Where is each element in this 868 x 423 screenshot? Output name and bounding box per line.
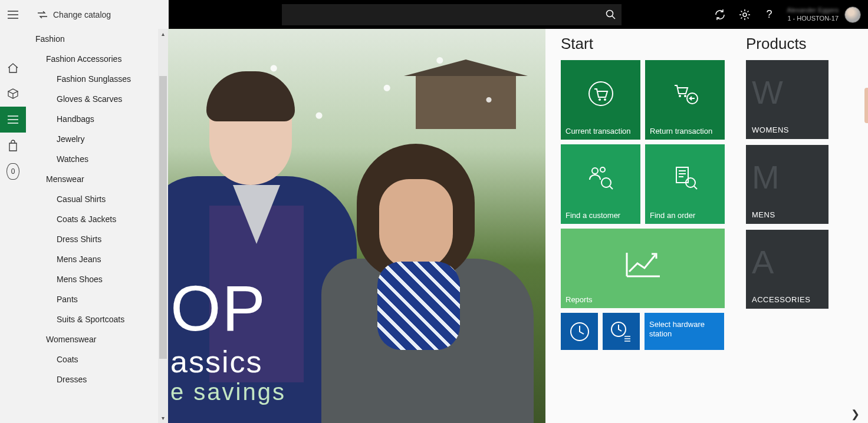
hero-banner[interactable]: OP assics e savings bbox=[168, 29, 545, 423]
search-box[interactable] bbox=[282, 4, 622, 25]
catalog-item[interactable]: Pants bbox=[26, 289, 158, 309]
top-bar: Change catalog ? Alexander Eggers 1 - HO bbox=[0, 0, 868, 29]
refresh-icon bbox=[714, 9, 726, 21]
customer-search-icon bbox=[587, 165, 614, 191]
product-tile-letter: W bbox=[752, 73, 783, 111]
product-tile-letter: M bbox=[752, 158, 780, 196]
catalog-panel: FashionFashion AccessoriesFashion Sungla… bbox=[26, 29, 158, 423]
cart-icon bbox=[588, 81, 614, 107]
user-info: Alexander Eggers 1 - HOUSTON-17 bbox=[787, 6, 839, 22]
gear-icon bbox=[739, 9, 751, 21]
rail-counter[interactable]: 0 bbox=[0, 158, 26, 184]
search-button[interactable] bbox=[600, 4, 622, 25]
help-icon: ? bbox=[767, 8, 772, 21]
refresh-button[interactable] bbox=[713, 8, 727, 22]
top-bar-actions: ? Alexander Eggers 1 - HOUSTON-17 bbox=[713, 6, 868, 23]
catalog-item[interactable]: Coats bbox=[26, 349, 158, 369]
help-button[interactable]: ? bbox=[762, 8, 777, 22]
catalog-item[interactable]: Dresses bbox=[26, 369, 158, 389]
scroll-right-button[interactable]: ❯ bbox=[851, 408, 860, 421]
top-bar-right: ? Alexander Eggers 1 - HOUSTON-17 bbox=[169, 0, 868, 29]
svg-point-5 bbox=[679, 95, 681, 97]
scroll-down-icon: ▾ bbox=[158, 413, 168, 423]
user-menu[interactable]: Alexander Eggers 1 - HOUSTON-17 bbox=[787, 6, 861, 23]
tile-select-hardware[interactable]: Select hardware station bbox=[645, 313, 724, 350]
list-icon bbox=[8, 115, 18, 124]
catalog-item[interactable]: Mens Jeans bbox=[26, 249, 158, 269]
product-tile[interactable]: WWOMENS bbox=[746, 60, 828, 139]
svg-point-6 bbox=[684, 95, 686, 97]
change-catalog-label: Change catalog bbox=[53, 10, 111, 19]
change-catalog-button[interactable]: Change catalog bbox=[26, 10, 111, 19]
products-heading: Products bbox=[746, 35, 840, 53]
top-bar-left: Change catalog bbox=[0, 0, 169, 29]
catalog-item[interactable]: Watches bbox=[26, 149, 158, 169]
menu-button[interactable] bbox=[0, 0, 26, 29]
rail-counter-value: 0 bbox=[11, 167, 15, 176]
rail-products[interactable] bbox=[0, 81, 26, 107]
catalog-item[interactable]: Gloves & Scarves bbox=[26, 89, 158, 109]
bag-icon bbox=[8, 140, 18, 151]
order-search-icon bbox=[672, 165, 699, 191]
tile-label: Select hardware station bbox=[649, 320, 719, 338]
tile-clock-1[interactable] bbox=[561, 313, 598, 350]
swap-icon bbox=[38, 11, 47, 18]
product-tile[interactable]: AACCESSORIES bbox=[746, 230, 828, 309]
catalog-item[interactable]: Womenswear bbox=[26, 329, 158, 349]
scroll-thumb[interactable] bbox=[159, 76, 167, 359]
catalog-tree: FashionFashion AccessoriesFashion Sungla… bbox=[26, 29, 158, 389]
catalog-item[interactable]: Fashion Accessories bbox=[26, 49, 158, 69]
catalog-item[interactable]: Casual Shirts bbox=[26, 189, 158, 209]
product-tile-label: ACCESSORIES bbox=[752, 295, 810, 304]
catalog-item[interactable]: Fashion Sunglasses bbox=[26, 69, 158, 89]
nav-rail: 0 bbox=[0, 29, 26, 423]
chart-icon bbox=[622, 248, 663, 281]
rail-catalog[interactable] bbox=[0, 107, 26, 133]
catalog-item[interactable]: Dress Shirts bbox=[26, 229, 158, 249]
search-input[interactable] bbox=[282, 10, 600, 19]
catalog-item[interactable]: Menswear bbox=[26, 169, 158, 189]
catalog-item[interactable]: Coats & Jackets bbox=[26, 209, 158, 229]
settings-button[interactable] bbox=[738, 8, 752, 22]
cart-return-icon bbox=[671, 81, 699, 107]
products-section: Products WWOMENSMMENSAACCESSORIES bbox=[746, 35, 840, 350]
hero-line1: OP bbox=[170, 276, 286, 341]
hero-line3: e savings bbox=[170, 379, 286, 405]
tile-return-transaction[interactable]: Return transaction bbox=[645, 60, 725, 140]
catalog-item[interactable]: Fashion bbox=[26, 29, 158, 49]
home-icon bbox=[7, 62, 19, 73]
svg-point-1 bbox=[743, 13, 747, 16]
catalog-item[interactable]: Handbags bbox=[26, 109, 158, 129]
tile-find-customer[interactable]: Find a customer bbox=[561, 144, 640, 224]
peek-next-image bbox=[864, 88, 868, 123]
rail-home[interactable] bbox=[0, 55, 26, 81]
search-icon bbox=[606, 9, 616, 20]
start-section: Start Current transaction Return transac… bbox=[561, 35, 725, 350]
svg-point-3 bbox=[599, 98, 601, 101]
tile-label: Find an order bbox=[650, 211, 720, 220]
catalog-item[interactable]: Mens Shoes bbox=[26, 269, 158, 289]
user-name: Alexander Eggers bbox=[787, 6, 839, 14]
product-tile-label: WOMENS bbox=[752, 125, 789, 134]
box-icon bbox=[7, 88, 19, 100]
rail-bag[interactable] bbox=[0, 133, 26, 158]
tile-find-order[interactable]: Find an order bbox=[645, 144, 725, 224]
product-tile-letter: A bbox=[752, 243, 774, 281]
svg-point-2 bbox=[589, 82, 613, 105]
svg-point-10 bbox=[601, 178, 611, 187]
hero-scrollbar[interactable]: ▴ ▾ bbox=[158, 29, 168, 423]
tile-label: Reports bbox=[565, 295, 720, 305]
clock-list-icon bbox=[610, 321, 633, 342]
start-heading: Start bbox=[561, 35, 725, 53]
tile-reports[interactable]: Reports bbox=[561, 229, 725, 308]
dashboard: Start Current transaction Return transac… bbox=[545, 29, 868, 423]
catalog-item[interactable]: Jewelry bbox=[26, 129, 158, 149]
content-area: ▴ ▾ OP assics e savings Start bbox=[158, 29, 868, 423]
catalog-item[interactable]: Suits & Sportcoats bbox=[26, 309, 158, 329]
product-tile[interactable]: MMENS bbox=[746, 145, 828, 224]
tile-current-transaction[interactable]: Current transaction bbox=[561, 60, 640, 140]
tile-clock-2[interactable] bbox=[603, 313, 640, 350]
tile-label: Return transaction bbox=[650, 127, 720, 136]
svg-point-4 bbox=[604, 98, 606, 101]
svg-point-9 bbox=[600, 167, 605, 172]
